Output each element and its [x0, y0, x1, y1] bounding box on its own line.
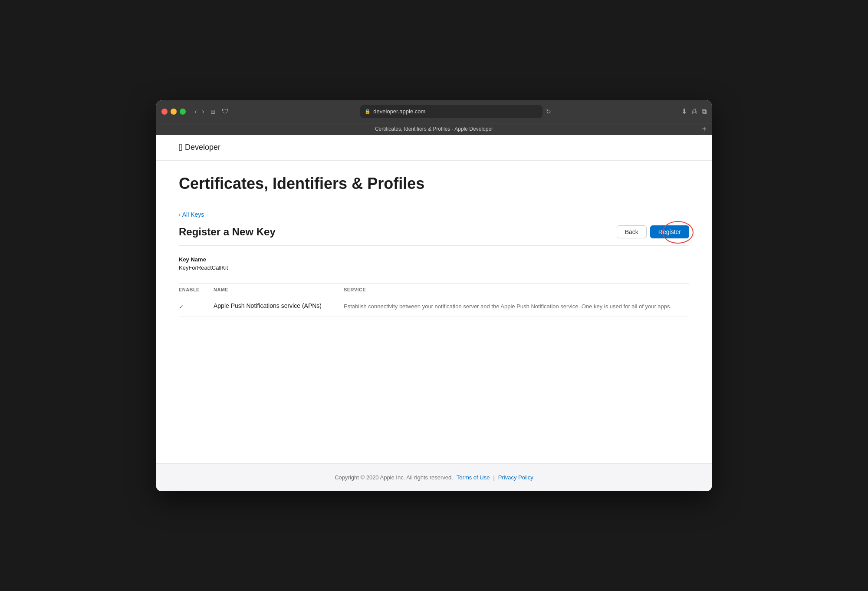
brand-text: Developer — [185, 143, 220, 152]
col-enable: ENABLE — [179, 287, 214, 292]
close-button[interactable] — [161, 109, 168, 115]
tab-view-button[interactable]: ⊞ — [208, 107, 218, 116]
enable-cell: ✓ — [179, 302, 214, 310]
browser-window: ‹ › ⊞ 🛡 🔒 developer.apple.com ↻ ⬇ ⎙ ⧉ Ce… — [156, 100, 712, 491]
page-content:  Developer Certificates, Identifiers & … — [156, 135, 712, 491]
minimize-button[interactable] — [171, 109, 177, 115]
section-title: Register a New Key — [179, 226, 276, 238]
col-name: NAME — [214, 287, 344, 292]
service-description: Establish connectivity between your noti… — [344, 302, 689, 311]
back-nav-button[interactable]: ‹ — [193, 107, 198, 116]
download-button[interactable]: ⬇ — [681, 107, 687, 116]
checkmark-icon: ✓ — [179, 303, 184, 310]
toolbar-right: ⬇ ⎙ ⧉ — [681, 107, 707, 116]
action-buttons: Back Register — [617, 225, 689, 238]
apple-icon:  — [179, 142, 182, 153]
tab-title: Certificates, Identifiers & Profiles - A… — [375, 126, 493, 132]
privacy-policy-link[interactable]: Privacy Policy — [498, 474, 533, 481]
new-tab-button[interactable]: + — [702, 125, 707, 133]
site-header:  Developer — [156, 135, 712, 161]
table-row: ✓ Apple Push Notifications service (APNs… — [179, 296, 689, 317]
lock-icon: 🔒 — [365, 109, 371, 114]
main-content: Certificates, Identifiers & Profiles ‹ A… — [156, 161, 712, 463]
back-button[interactable]: Back — [617, 225, 647, 238]
reload-button[interactable]: ↻ — [546, 108, 551, 115]
page-title: Certificates, Identifiers & Profiles — [179, 175, 689, 200]
url-text: developer.apple.com — [373, 108, 425, 115]
table-header: ENABLE NAME SERVICE — [179, 283, 689, 296]
footer-separator: | — [493, 474, 494, 481]
maximize-button[interactable] — [180, 109, 186, 115]
title-bar: ‹ › ⊞ 🛡 🔒 developer.apple.com ↻ ⬇ ⎙ ⧉ — [156, 100, 712, 123]
site-footer: Copyright © 2020 Apple Inc. All rights r… — [156, 463, 712, 491]
traffic-lights — [161, 109, 186, 115]
all-keys-link[interactable]: ‹ All Keys — [179, 211, 204, 218]
col-service: SERVICE — [344, 287, 689, 292]
sidebar-button[interactable]: ⧉ — [702, 108, 707, 116]
forward-nav-button[interactable]: › — [200, 107, 206, 116]
key-info-section: Key Name KeyForReactCallKit — [179, 256, 689, 271]
terms-of-use-link[interactable]: Terms of Use — [457, 474, 490, 481]
share-button[interactable]: ⎙ — [692, 108, 697, 116]
nav-buttons: ‹ › ⊞ — [193, 107, 218, 116]
tab-bar: Certificates, Identifiers & Profiles - A… — [156, 123, 712, 135]
copyright-text: Copyright © 2020 Apple Inc. All rights r… — [335, 474, 453, 481]
register-button[interactable]: Register — [650, 225, 689, 238]
section-header: Register a New Key Back Register — [179, 225, 689, 246]
services-table: ENABLE NAME SERVICE ✓ Apple Push Notific… — [179, 283, 689, 317]
key-name-value: KeyForReactCallKit — [179, 264, 689, 271]
shield-icon: 🛡 — [222, 108, 229, 116]
key-name-label: Key Name — [179, 256, 689, 263]
brand-logo:  Developer — [179, 142, 220, 153]
service-name: Apple Push Notifications service (APNs) — [214, 302, 344, 309]
address-bar-container: 🔒 developer.apple.com ↻ — [234, 105, 678, 118]
address-bar[interactable]: 🔒 developer.apple.com — [360, 105, 542, 118]
breadcrumb: ‹ All Keys — [179, 211, 689, 218]
